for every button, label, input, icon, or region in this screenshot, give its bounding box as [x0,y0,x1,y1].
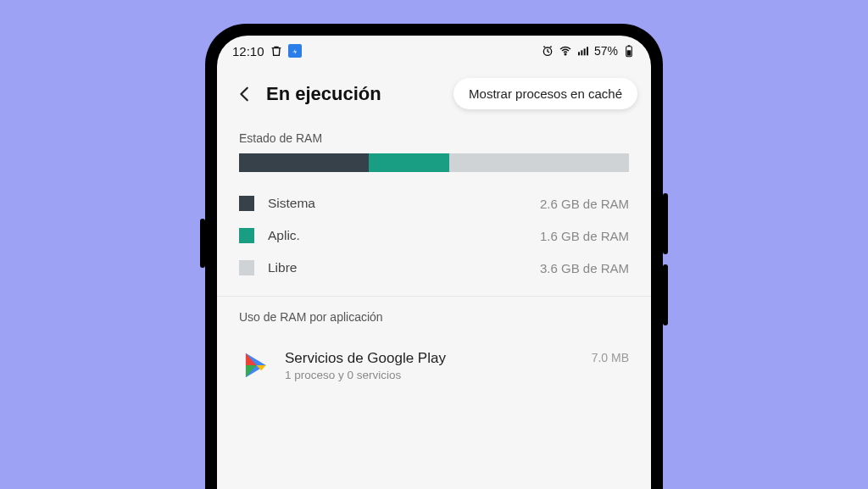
app-size: 7.0 MB [592,351,629,364]
legend-value: 3.6 GB de RAM [540,261,629,275]
alarm-icon [541,44,554,58]
legend-label: Aplic. [268,228,300,243]
svg-rect-2 [578,52,580,55]
ram-legend: Sistema2.6 GB de RAMAplic.1.6 GB de RAML… [217,187,651,284]
legend-label: Sistema [268,196,315,211]
legend-row-system: Sistema2.6 GB de RAM [239,187,629,219]
page-title: En ejecución [266,83,381,105]
svg-point-1 [565,53,566,55]
signal-icon [576,44,590,58]
status-time: 12:10 [232,44,264,58]
legend-label: Libre [268,260,297,275]
svg-rect-7 [628,45,631,47]
ram-bar-segment-apps [369,153,448,172]
legend-value: 1.6 GB de RAM [540,229,629,243]
battery-icon [622,44,636,58]
ram-by-app-label: Uso de RAM por aplicación [217,297,651,332]
back-button[interactable] [231,80,259,108]
ram-usage-bar [239,153,629,172]
ram-state-label: Estado de RAM [217,126,651,153]
app-row[interactable]: Servicios de Google Play1 proceso y 0 se… [239,337,629,393]
legend-swatch [239,196,254,211]
ram-bar-segment-free [449,153,629,172]
wifi-icon [559,44,572,58]
legend-swatch [239,260,254,275]
battery-pct: 57% [594,44,618,58]
app-name: Servicios de Google Play [285,350,446,367]
svg-rect-8 [627,50,632,55]
svg-rect-5 [587,47,588,55]
trash-status-icon [270,44,283,58]
app-status-icon [288,44,302,58]
chevron-left-icon [236,85,254,103]
legend-row-free: Libre3.6 GB de RAM [239,252,629,284]
page-header: En ejecución Mostrar procesos en caché [217,66,651,126]
ram-bar-segment-system [239,153,369,172]
svg-rect-3 [581,50,582,55]
legend-row-apps: Aplic.1.6 GB de RAM [239,219,629,252]
svg-rect-4 [584,48,586,55]
status-bar: 12:10 57% [217,36,651,66]
legend-swatch [239,228,254,243]
app-list: Servicios de Google Play1 proceso y 0 se… [217,332,651,393]
show-cached-processes-chip[interactable]: Mostrar procesos en caché [453,78,637,109]
app-subtitle: 1 proceso y 0 servicios [285,369,446,381]
google-play-services-icon [239,349,271,381]
legend-value: 2.6 GB de RAM [540,197,629,211]
